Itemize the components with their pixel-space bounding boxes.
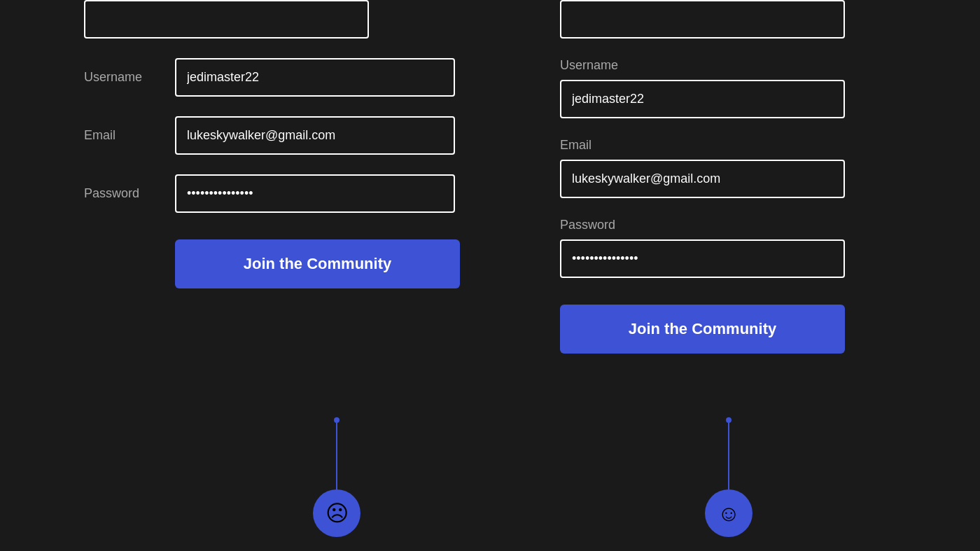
right-panel: Username Email Password Join the Communi… xyxy=(490,0,980,551)
right-password-block: Password xyxy=(560,218,945,278)
left-panel: Username Email Password Join the Communi… xyxy=(0,0,490,551)
left-email-input[interactable] xyxy=(175,116,455,155)
right-password-input[interactable] xyxy=(560,239,845,278)
right-username-input[interactable] xyxy=(560,80,845,118)
left-email-label: Email xyxy=(84,128,175,143)
left-password-label: Password xyxy=(84,186,175,201)
left-top-input[interactable] xyxy=(84,0,369,39)
right-email-block: Email xyxy=(560,138,945,198)
left-join-button[interactable]: Join the Community xyxy=(175,239,460,288)
right-top-row xyxy=(560,0,845,39)
left-username-row: Username xyxy=(84,58,455,97)
page-container: Username Email Password Join the Communi… xyxy=(0,0,980,551)
right-email-input[interactable] xyxy=(560,160,845,198)
left-password-input[interactable] xyxy=(175,174,455,213)
right-emoji-dot xyxy=(726,417,732,423)
right-username-block: Username xyxy=(560,58,945,118)
right-username-label: Username xyxy=(560,58,945,73)
left-email-row: Email xyxy=(84,116,455,155)
left-join-btn-wrapper: Join the Community xyxy=(84,232,460,288)
left-emoji-face: ☹ xyxy=(313,489,360,537)
left-emoji-line xyxy=(336,423,337,489)
right-emoji-face: ☺ xyxy=(705,489,752,537)
left-emoji-indicator: ☹ xyxy=(313,417,360,537)
left-username-label: Username xyxy=(84,70,175,85)
right-emoji-indicator: ☺ xyxy=(705,417,752,537)
right-join-button[interactable]: Join the Community xyxy=(560,305,845,354)
right-top-input[interactable] xyxy=(560,0,845,39)
left-password-row: Password xyxy=(84,174,455,213)
left-username-input[interactable] xyxy=(175,58,455,97)
right-password-label: Password xyxy=(560,218,945,232)
right-email-label: Email xyxy=(560,138,945,153)
left-emoji-dot xyxy=(334,417,340,423)
left-top-row xyxy=(84,0,369,39)
right-emoji-line xyxy=(728,423,729,489)
